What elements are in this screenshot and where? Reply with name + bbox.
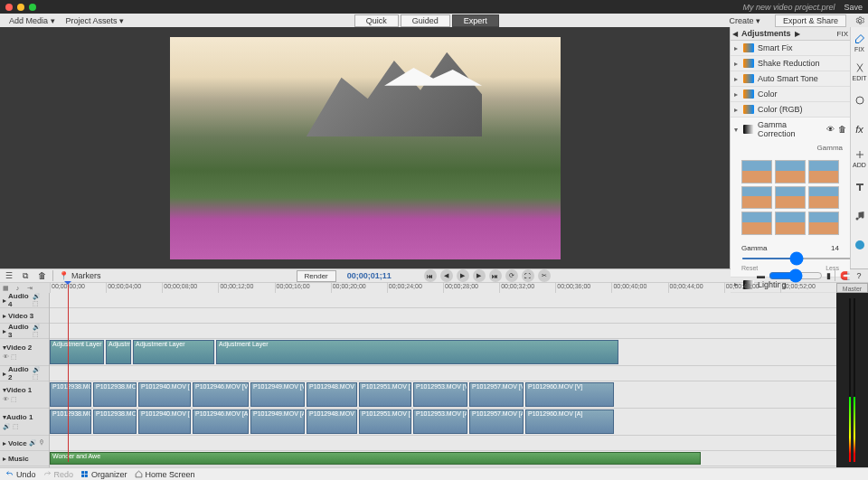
gamma-header[interactable]: ▾ Gamma Correction 👁 🗑 bbox=[734, 120, 846, 138]
adj-color-rgb[interactable]: ▸Color (RGB) bbox=[731, 102, 850, 118]
tool-share[interactable] bbox=[853, 233, 867, 257]
clip-adj-3[interactable]: Adjustment Layer bbox=[133, 340, 214, 364]
track-video2[interactable]: Adjustment Layer Adjustment Layer Adjust… bbox=[50, 339, 836, 366]
chevron-right-icon[interactable]: ▶ bbox=[795, 30, 800, 38]
tool-titles[interactable] bbox=[853, 175, 867, 199]
tab-quick[interactable]: Quick bbox=[354, 14, 399, 27]
clip[interactable]: P1012949.MOV [V] bbox=[250, 382, 305, 407]
gamma-slider[interactable] bbox=[741, 258, 858, 259]
tools-button[interactable]: ✂ bbox=[538, 269, 551, 282]
gamma-preset-1[interactable] bbox=[741, 160, 772, 184]
track-header-audio4[interactable]: ▸Audio 4🔊 ⬚ bbox=[0, 293, 49, 308]
clip[interactable]: P1012940.MOV [A] bbox=[138, 409, 191, 434]
save-button[interactable]: Save bbox=[844, 3, 863, 12]
adj-auto-smart-tone[interactable]: ▸Auto Smart Tone bbox=[731, 71, 850, 87]
markers-label[interactable]: 📍 Markers bbox=[59, 271, 101, 280]
tool-add[interactable]: ADD bbox=[853, 146, 867, 170]
goto-end-button[interactable]: ⏭ bbox=[489, 269, 502, 282]
tool-music[interactable] bbox=[853, 204, 867, 228]
fullscreen-button[interactable]: ⛶ bbox=[522, 269, 534, 282]
project-assets-menu[interactable]: Project Assets ▾ bbox=[61, 16, 130, 25]
loop-button[interactable]: ⟳ bbox=[505, 269, 518, 282]
export-share-button[interactable]: Export & Share bbox=[775, 14, 846, 27]
play-button[interactable]: ▶ bbox=[457, 269, 469, 282]
track-header-video1[interactable]: ▾Video 1👁 ⬚ bbox=[0, 381, 49, 409]
clip-adj-2[interactable]: Adjustment Layer bbox=[106, 340, 131, 364]
create-menu[interactable]: Create ▾ bbox=[723, 16, 766, 25]
help-icon[interactable]: ? bbox=[854, 270, 864, 281]
organizer-button[interactable]: Organizer bbox=[80, 470, 127, 479]
adj-color[interactable]: ▸Color bbox=[731, 87, 850, 102]
step-back-button[interactable]: ◀ bbox=[440, 269, 453, 282]
clip[interactable]: P1012948.MOV [A] bbox=[307, 409, 357, 434]
tool-fix[interactable]: FIX bbox=[853, 31, 867, 54]
clip[interactable]: P1012960.MOV [V] bbox=[525, 382, 614, 407]
clip[interactable]: P1012957.MOV [V] bbox=[469, 382, 524, 407]
gamma-preset-7[interactable] bbox=[741, 212, 772, 235]
clip[interactable]: P1012951.MOV [V] bbox=[359, 382, 411, 407]
goto-start-button[interactable]: ⏮ bbox=[424, 269, 437, 282]
playhead[interactable] bbox=[68, 281, 69, 462]
gamma-preset-3[interactable] bbox=[808, 160, 839, 184]
settings-icon[interactable] bbox=[855, 16, 864, 25]
track-header-audio1[interactable]: ▾Audio 1🔊 ⬚ bbox=[0, 409, 49, 436]
gamma-preset-8[interactable] bbox=[775, 212, 806, 235]
timeline-options-icon[interactable]: ☰ bbox=[4, 270, 14, 281]
zoom-in-icon[interactable]: ▮ bbox=[826, 271, 831, 280]
gamma-preset-4[interactable] bbox=[741, 186, 772, 210]
clip[interactable]: P1012938.MOV [V] bbox=[50, 382, 91, 407]
preview-monitor[interactable] bbox=[0, 27, 730, 268]
render-button[interactable]: Render bbox=[297, 270, 336, 282]
tool-edit[interactable]: EDIT bbox=[853, 60, 867, 83]
gamma-preset-6[interactable] bbox=[808, 186, 839, 210]
clip-music[interactable]: Wonder and Awe bbox=[50, 452, 701, 465]
track-header-music[interactable]: ▸Music bbox=[0, 451, 49, 466]
track-header-audio3[interactable]: ▸Audio 3🔊 ⬚ bbox=[0, 324, 49, 339]
step-fwd-button[interactable]: ▶ bbox=[473, 269, 486, 282]
gamma-preset-9[interactable] bbox=[808, 212, 839, 235]
minimize-window-button[interactable] bbox=[17, 4, 24, 11]
track-header-video3[interactable]: ▸Video 3 bbox=[0, 308, 49, 324]
clip[interactable]: P1012938.MOV [V] bbox=[93, 382, 137, 407]
add-media-menu[interactable]: Add Media ▾ bbox=[4, 16, 61, 25]
timecode[interactable]: 00;00;01;11 bbox=[347, 271, 392, 280]
clip[interactable]: P1012946.MOV [V] bbox=[193, 382, 249, 407]
track-music[interactable]: Wonder and Awe bbox=[50, 451, 836, 466]
trash-icon[interactable]: 🗑 bbox=[838, 125, 846, 134]
tracks-area[interactable]: Adjustment Layer Adjustment Layer Adjust… bbox=[50, 293, 836, 467]
track-header-voice[interactable]: ▸Voice🔊 🎙 bbox=[0, 436, 49, 451]
home-screen-button[interactable]: Home Screen bbox=[135, 470, 195, 479]
tab-guided[interactable]: Guided bbox=[401, 14, 450, 27]
close-window-button[interactable] bbox=[5, 4, 13, 11]
clip[interactable]: P1012957.MOV [A] bbox=[469, 409, 524, 434]
track-video3[interactable] bbox=[50, 308, 836, 324]
track-video1[interactable]: P1012938.MOV [V]P1012938.MOV [V]P1012940… bbox=[50, 381, 836, 409]
track-audio)4[interactable] bbox=[50, 293, 836, 308]
track-header-video2[interactable]: ▾Video 2👁 ⬚ bbox=[0, 339, 49, 366]
gamma-reset[interactable]: Reset bbox=[741, 265, 758, 271]
delete-icon[interactable]: 🗑 bbox=[36, 270, 47, 281]
track-audio2[interactable] bbox=[50, 366, 836, 381]
zoom-out-icon[interactable]: ▬ bbox=[757, 271, 765, 280]
clip[interactable]: P1012949.MOV [A] bbox=[250, 409, 305, 434]
chevron-left-icon[interactable]: ◀ bbox=[732, 30, 738, 38]
clip[interactable]: P1012940.MOV [V] bbox=[138, 382, 191, 407]
maximize-window-button[interactable] bbox=[29, 4, 36, 11]
redo-button[interactable]: Redo bbox=[43, 470, 74, 479]
track-header-audio2[interactable]: ▸Audio 2🔊 ⬚ bbox=[0, 366, 49, 381]
clip-adj-1[interactable]: Adjustment Layer bbox=[50, 340, 104, 364]
snap-icon[interactable]: 🧲 bbox=[839, 270, 850, 281]
tool-fx-lens[interactable] bbox=[853, 89, 867, 112]
clip[interactable]: P1012938.MOV [A] bbox=[93, 409, 137, 434]
clip[interactable]: P1012938.MOV [A] bbox=[50, 409, 91, 434]
zoom-slider[interactable] bbox=[769, 268, 823, 283]
tab-expert[interactable]: Expert bbox=[452, 14, 499, 27]
adj-shake-reduction[interactable]: ▸Shake Reduction bbox=[731, 56, 850, 71]
gamma-preset-2[interactable] bbox=[775, 160, 806, 184]
clip[interactable]: P1012953.MOV [A] bbox=[413, 409, 467, 434]
eye-icon[interactable]: 👁 bbox=[826, 125, 835, 134]
track-voice[interactable] bbox=[50, 436, 836, 451]
track-audio3[interactable] bbox=[50, 324, 836, 339]
undo-button[interactable]: Undo bbox=[5, 470, 36, 479]
clip-adj-4[interactable]: Adjustment Layer bbox=[216, 340, 618, 364]
